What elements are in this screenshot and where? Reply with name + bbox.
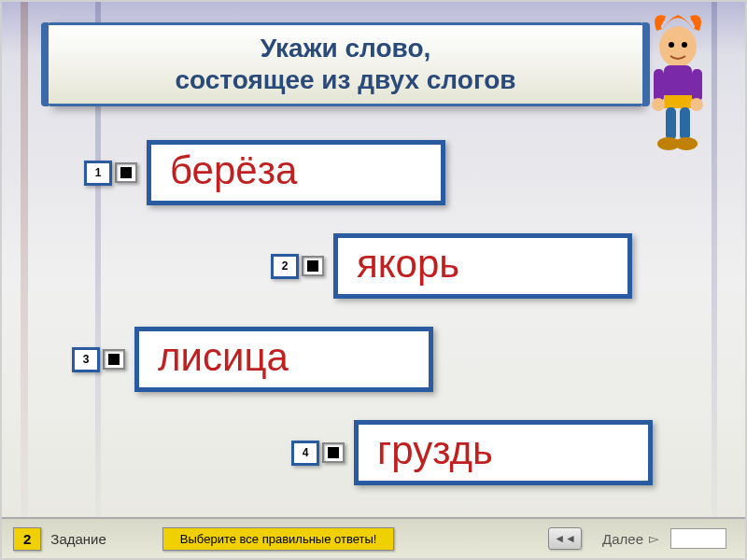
decor-stripe	[21, 2, 28, 558]
next-button[interactable]: Далее ▻	[595, 525, 734, 553]
svg-point-12	[675, 137, 698, 150]
svg-rect-6	[692, 69, 702, 102]
option-checkbox-3[interactable]	[103, 349, 125, 370]
option-number: 3	[72, 347, 100, 372]
svg-point-2	[682, 42, 687, 48]
option-checkbox-2[interactable]	[302, 256, 324, 276]
next-label: Далее	[602, 531, 643, 547]
check-mark	[328, 447, 339, 458]
title-line1: Укажи слово,	[261, 33, 431, 64]
option-1: 1 берёза	[84, 140, 445, 205]
option-word: груздь	[354, 420, 653, 485]
next-slot	[670, 528, 726, 549]
task-label: Задание	[50, 531, 106, 547]
bottom-bar: 2 Задание Выберите все правильные ответы…	[2, 517, 745, 558]
rewind-button[interactable]: ◄◄	[548, 527, 582, 550]
svg-rect-9	[666, 107, 676, 140]
option-number: 2	[271, 254, 299, 279]
svg-point-7	[652, 98, 665, 111]
option-number: 1	[84, 161, 112, 186]
svg-point-8	[690, 98, 703, 111]
rewind-icon: ◄◄	[554, 532, 576, 545]
check-mark	[120, 167, 132, 178]
arrow-right-icon: ▻	[649, 531, 659, 546]
check-mark	[307, 260, 318, 272]
task-number-badge: 2	[13, 527, 41, 551]
option-word: лисица	[134, 327, 433, 392]
svg-rect-5	[654, 69, 664, 102]
title-bar: Укажи слово, состоящее из двух слогов	[49, 22, 642, 106]
mascot-character	[633, 11, 722, 161]
option-number: 4	[291, 441, 319, 466]
svg-point-1	[669, 42, 674, 48]
option-checkbox-4[interactable]	[322, 442, 345, 463]
option-word: якорь	[333, 233, 632, 299]
title-line2: состоящее из двух слогов	[175, 64, 515, 96]
check-mark	[108, 354, 120, 365]
option-4: 4 груздь	[291, 420, 653, 485]
option-checkbox-1[interactable]	[115, 162, 137, 183]
option-2: 2 якорь	[271, 233, 632, 299]
instruction-box: Выберите все правильные ответы!	[162, 527, 395, 551]
option-3: 3 лисица	[72, 327, 433, 392]
svg-rect-10	[680, 107, 690, 140]
svg-point-0	[659, 26, 697, 67]
svg-rect-4	[664, 95, 692, 108]
option-word: берёза	[147, 140, 445, 205]
